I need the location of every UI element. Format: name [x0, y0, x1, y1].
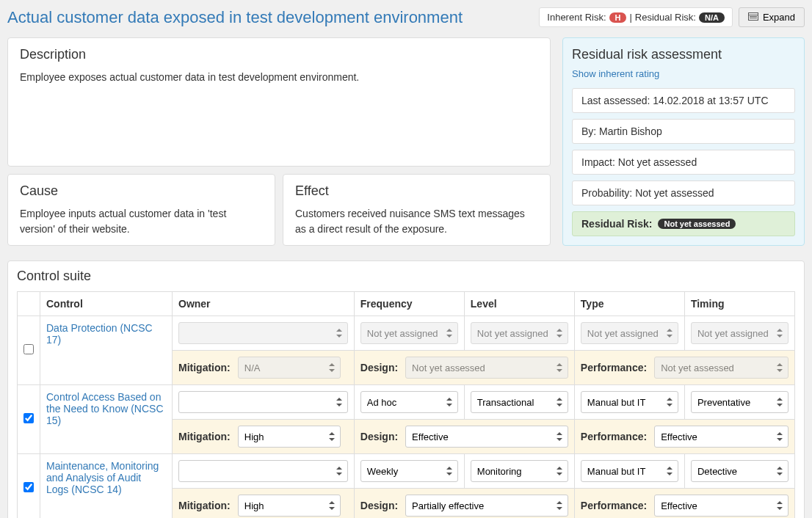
- risk-summary: Inherent Risk: H | Residual Risk: N/A: [539, 7, 733, 27]
- show-inherent-link[interactable]: Show inherent rating: [572, 68, 795, 79]
- owner-select[interactable]: [178, 460, 348, 482]
- timing-select: Not yet assigned: [691, 322, 789, 344]
- mitigation-label: Mitigation:: [178, 431, 231, 442]
- cause-heading: Cause: [20, 183, 263, 199]
- table-row: Data Protection (NCSC 17)Not yet assigne…: [18, 316, 795, 351]
- table-row: Maintenance, Monitoring and Analysis of …: [18, 454, 795, 489]
- level-select[interactable]: Transactional: [471, 391, 568, 413]
- type-select[interactable]: Manual but IT: [581, 391, 678, 413]
- inherent-risk-badge: H: [609, 12, 627, 23]
- effect-body: Customers received nuisance SMS text mes…: [295, 206, 538, 236]
- control-link[interactable]: Control Access Based on the Need to Know…: [46, 391, 164, 426]
- mitigation-label: Mitigation:: [178, 362, 231, 373]
- risk-separator: |: [629, 12, 631, 23]
- control-link[interactable]: Maintenance, Monitoring and Analysis of …: [46, 460, 159, 495]
- residual-risk-label: Residual Risk:: [635, 12, 696, 23]
- level-select: Not yet assigned: [471, 322, 568, 344]
- control-checkbox[interactable]: [23, 482, 34, 492]
- performance-select[interactable]: Effective: [654, 426, 789, 448]
- effect-card: Effect Customers received nuisance SMS t…: [283, 174, 551, 246]
- residual-assessment-panel: Residual risk assessment Show inherent r…: [562, 37, 805, 246]
- control-checkbox[interactable]: [23, 413, 34, 423]
- level-select[interactable]: Monitoring: [471, 460, 568, 482]
- mitigation-label: Mitigation:: [178, 500, 231, 511]
- design-label: Design:: [360, 431, 398, 442]
- design-select[interactable]: Partially effective: [405, 495, 568, 517]
- page-title[interactable]: Actual customer data exposed in test dev…: [7, 8, 463, 27]
- cause-card: Cause Employee inputs actual customer da…: [7, 174, 275, 246]
- mitigation-select[interactable]: High: [238, 426, 341, 448]
- performance-label: Performance:: [581, 362, 647, 373]
- header-owner: Owner: [173, 292, 355, 316]
- description-heading: Description: [20, 47, 538, 62]
- inherent-risk-label: Inherent Risk:: [547, 12, 606, 23]
- table-row: Control Access Based on the Need to Know…: [18, 385, 795, 420]
- expand-button[interactable]: Expand: [739, 7, 805, 27]
- timing-select[interactable]: Detective: [691, 460, 789, 482]
- header-timing: Timing: [684, 292, 794, 316]
- header-frequency: Frequency: [354, 292, 464, 316]
- impact-line: Impact: Not yet assessed: [572, 150, 795, 175]
- frequency-select[interactable]: Ad hoc: [360, 391, 458, 413]
- owner-select: [178, 322, 348, 344]
- control-suite-panel: Control suite Control Owner Frequency Le…: [7, 260, 805, 518]
- residual-risk-line-badge: Not yet assessed: [658, 219, 736, 229]
- type-select[interactable]: Manual but IT: [581, 460, 678, 482]
- mitigation-select[interactable]: High: [238, 495, 341, 517]
- design-select[interactable]: Effective: [405, 426, 568, 448]
- control-link[interactable]: Data Protection (NCSC 17): [46, 322, 153, 346]
- residual-risk-badge: N/A: [699, 12, 725, 23]
- control-checkbox[interactable]: [23, 344, 34, 354]
- description-body: Employee exposes actual customer data in…: [20, 70, 538, 84]
- header-control: Control: [40, 292, 173, 316]
- performance-select: Not yet assessed: [654, 357, 789, 379]
- mitigation-select: N/A: [238, 357, 341, 379]
- owner-select[interactable]: [178, 391, 348, 413]
- frequency-select[interactable]: Weekly: [360, 460, 458, 482]
- last-assessed: Last assessed: 14.02.2018 at 13:57 UTC: [572, 88, 795, 113]
- expand-label: Expand: [763, 12, 795, 23]
- performance-select[interactable]: Effective: [654, 495, 789, 517]
- header-check: [18, 292, 40, 316]
- header-level: Level: [464, 292, 574, 316]
- type-select: Not yet assigned: [581, 322, 678, 344]
- residual-risk-line-label: Residual Risk:: [581, 218, 652, 230]
- residual-risk-line: Residual Risk: Not yet assessed: [572, 211, 795, 236]
- probability-line: Probability: Not yet assessed: [572, 180, 795, 205]
- design-label: Design:: [360, 500, 398, 511]
- timing-select[interactable]: Preventative: [691, 391, 789, 413]
- expand-icon: [748, 12, 758, 23]
- header-type: Type: [574, 292, 684, 316]
- control-table: Control Owner Frequency Level Type Timin…: [17, 291, 795, 518]
- cause-body: Employee inputs actual customer data in …: [20, 206, 263, 236]
- design-label: Design:: [360, 362, 398, 373]
- assessed-by: By: Martin Bishop: [572, 119, 795, 144]
- performance-label: Performance:: [581, 500, 647, 511]
- performance-label: Performance:: [581, 431, 647, 442]
- effect-heading: Effect: [295, 183, 538, 199]
- design-select: Not yet assessed: [405, 357, 568, 379]
- description-card: Description Employee exposes actual cust…: [7, 37, 551, 167]
- control-suite-heading: Control suite: [17, 269, 795, 284]
- frequency-select: Not yet assigned: [360, 322, 458, 344]
- assessment-heading: Residual risk assessment: [572, 47, 795, 62]
